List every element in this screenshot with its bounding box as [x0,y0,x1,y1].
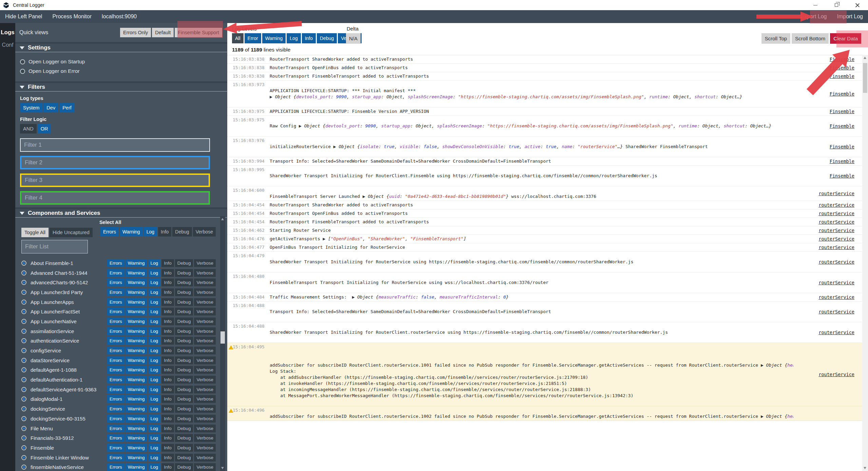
component-level-errors-button[interactable]: Errors [107,356,124,364]
log-source-link[interactable]: Finsemble [793,91,854,97]
component-radio[interactable] [21,435,26,441]
component-level-warning-button[interactable]: Warning [126,288,147,296]
component-row-defaultserviceagent-91-9363[interactable]: defaultServiceAgent-91-9363 ErrorsWarnin… [15,385,227,394]
component-row-app-launchernative[interactable]: App LauncherNative ErrorsWarningLogInfoD… [15,316,227,326]
component-level-info-button[interactable]: Info [161,415,174,423]
component-level-verbose-button[interactable]: Verbose [194,366,216,374]
component-level-info-button[interactable]: Info [161,425,174,432]
component-radio[interactable] [21,406,26,411]
component-row-file-menu[interactable]: File Menu ErrorsWarningLogInfoDebugVerbo… [15,424,227,433]
component-level-info-button[interactable]: Info [161,259,174,267]
component-level-log-button[interactable]: Log [148,366,161,374]
component-level-errors-button[interactable]: Errors [107,405,124,413]
component-level-verbose-button[interactable]: Verbose [194,279,216,286]
component-radio[interactable] [21,270,26,275]
component-level-debug-button[interactable]: Debug [175,298,193,306]
component-level-errors-button[interactable]: Errors [107,279,124,286]
log-type-system-button[interactable]: System [20,103,42,112]
component-level-warning-button[interactable]: Warning [126,269,147,277]
tab-config[interactable]: Conf [2,42,14,48]
log-source-link[interactable]: routerService [793,236,854,242]
component-level-debug-button[interactable]: Debug [175,376,193,384]
log-source-link[interactable]: routerService [793,219,854,225]
component-level-log-button[interactable]: Log [148,269,161,277]
component-level-warning-button[interactable]: Warning [126,405,147,413]
component-row-advancedcharts-90-5142[interactable]: advancedCharts-90-5142 ErrorsWarningLogI… [15,278,227,287]
component-level-info-button[interactable]: Info [161,386,174,393]
component-level-warning-button[interactable]: Warning [126,425,147,432]
component-level-warning-button[interactable]: Warning [126,279,147,286]
filter-input-4[interactable] [20,191,210,205]
component-level-verbose-button[interactable]: Verbose [194,347,216,354]
component-level-log-button[interactable]: Log [148,454,161,462]
component-level-debug-button[interactable]: Debug [175,454,193,462]
scrollbar-thumb[interactable] [863,63,867,93]
component-level-errors-button[interactable]: Errors [107,386,124,393]
component-level-debug-button[interactable]: Debug [175,279,193,286]
component-level-log-button[interactable]: Log [148,386,161,393]
component-level-debug-button[interactable]: Debug [175,269,193,277]
filter-logic-and-button[interactable]: AND [20,124,37,134]
component-level-debug-button[interactable]: Debug [175,395,193,403]
log-source-link[interactable]: Finsemble [793,159,854,164]
component-level-warning-button[interactable]: Warning [126,444,147,452]
log-source-link[interactable]: Finsemble [793,144,854,149]
component-level-verbose-button[interactable]: Verbose [194,356,216,364]
quick-view-finsemble-support-button[interactable]: Finsemble Support [175,28,222,37]
components-section-header[interactable]: Components and Services [15,207,227,218]
component-level-debug-button[interactable]: Debug [175,327,193,335]
component-level-errors-button[interactable]: Errors [107,337,124,345]
component-level-errors-button[interactable]: Errors [107,288,124,296]
component-row-finsemble[interactable]: Finsemble ErrorsWarningLogInfoDebugVerbo… [15,443,227,453]
component-level-warning-button[interactable]: Warning [126,347,147,354]
components-scrollbar[interactable] [220,216,225,471]
component-row-about-finsemble-1[interactable]: About Finsemble-1 ErrorsWarningLogInfoDe… [15,258,227,268]
component-level-info-button[interactable]: Info [161,434,174,442]
settings-section-header[interactable]: Settings [15,42,227,52]
component-level-log-button[interactable]: Log [148,298,161,306]
component-level-log-button[interactable]: Log [148,434,161,442]
component-level-warning-button[interactable]: Warning [126,366,147,374]
component-level-errors-button[interactable]: Errors [107,269,124,277]
component-level-errors-button[interactable]: Errors [107,376,124,384]
component-level-warning-button[interactable]: Warning [126,395,147,403]
select-all-log-button[interactable]: Log [144,227,157,237]
log-source-link[interactable]: Finsemble [793,57,854,62]
component-level-verbose-button[interactable]: Verbose [194,259,216,267]
log-source-link[interactable]: routerService [793,259,854,265]
quick-view-errors-only-button[interactable]: Errors Only [120,28,151,37]
log-type-perf-button[interactable]: Perf [59,103,75,112]
log-source-link[interactable]: Finsemble [793,65,854,70]
component-level-warning-button[interactable]: Warning [126,463,147,471]
log-scrollbar[interactable] [862,55,868,471]
log-level-warning-button[interactable]: Warning [262,33,286,43]
log-source-link[interactable]: Finsemble [793,74,854,79]
component-level-warning-button[interactable]: Warning [126,454,147,462]
log-source-link[interactable]: routerService [793,280,854,285]
component-level-errors-button[interactable]: Errors [107,298,124,306]
component-level-warning-button[interactable]: Warning [126,376,147,384]
component-row-app-launcherapps[interactable]: App LauncherApps ErrorsWarningLogInfoDeb… [15,297,227,307]
component-level-info-button[interactable]: Info [161,376,174,384]
component-level-warning-button[interactable]: Warning [126,308,147,315]
component-level-log-button[interactable]: Log [148,415,161,423]
log-type-dev-button[interactable]: Dev [43,103,58,112]
clear-data-button[interactable]: Clear Data [830,33,861,44]
component-level-verbose-button[interactable]: Verbose [194,405,216,413]
component-level-log-button[interactable]: Log [148,356,161,364]
component-row-defaultauthentication-1[interactable]: defaultAuthentication-1 ErrorsWarningLog… [15,375,227,385]
log-source-link[interactable]: routerService [793,330,854,335]
component-level-warning-button[interactable]: Warning [126,259,147,267]
log-source-link[interactable]: routerService [793,245,854,250]
component-row-authenticationservice[interactable]: authenticationService ErrorsWarningLogIn… [15,336,227,346]
log-source-link[interactable]: routerService [793,372,854,377]
component-level-info-button[interactable]: Info [161,463,174,471]
component-level-verbose-button[interactable]: Verbose [194,337,216,345]
component-level-verbose-button[interactable]: Verbose [194,308,216,315]
component-level-debug-button[interactable]: Debug [175,259,193,267]
component-radio[interactable] [21,377,26,382]
component-level-errors-button[interactable]: Errors [107,415,124,423]
component-level-verbose-button[interactable]: Verbose [194,288,216,296]
log-source-link[interactable]: Finsemble [793,109,854,114]
component-row-configservice[interactable]: configService ErrorsWarningLogInfoDebugV… [15,346,227,355]
